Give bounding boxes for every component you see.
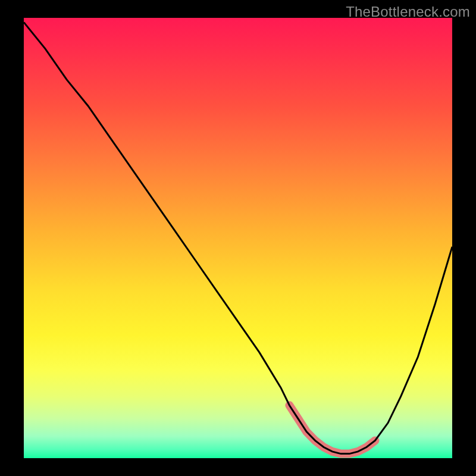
watermark-label: TheBottleneck.com [346, 4, 470, 20]
chart-svg [24, 18, 452, 458]
optimal-zone-highlight [289, 405, 375, 453]
bottleneck-chart [24, 18, 452, 458]
bottleneck-curve-line [24, 22, 452, 453]
